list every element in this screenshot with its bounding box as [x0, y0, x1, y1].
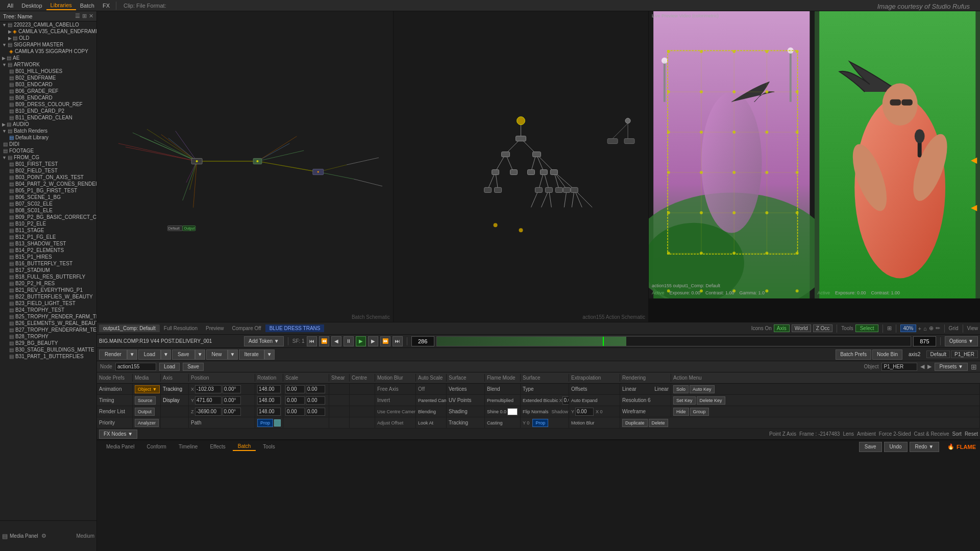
tab-blue-dress[interactable]: BLUE DRESS TRANS: [265, 324, 325, 332]
tree-item-B28_TROPHY[interactable]: ▤B28_TROPHY: [0, 333, 96, 340]
tree-item-B06_GRADE_REF[interactable]: ▤B06_GRADE_REF: [0, 88, 96, 94]
tab-compare-off[interactable]: Compare Off: [228, 324, 265, 332]
tree-item-B18_FULL_RES_BUTTERFLY[interactable]: ▤B18_FULL_RES_BUTTERFLY: [0, 273, 96, 280]
y-pos-input[interactable]: [575, 408, 594, 416]
tree-item-B15_P1_HIRES[interactable]: ▤B15_P1_HIRES: [0, 254, 96, 260]
render-arrow[interactable]: ▼: [127, 349, 137, 360]
save-btn[interactable]: Save: [172, 349, 195, 360]
tab-batch[interactable]: Batch: [76, 2, 99, 10]
load-arrow[interactable]: ▼: [161, 349, 171, 360]
status-save-btn[interactable]: Save: [859, 442, 882, 452]
new-arrow[interactable]: ▼: [228, 349, 238, 360]
tree-item-B10_P2_ELE[interactable]: ▤B10_P2_ELE: [0, 220, 96, 227]
add-token-btn[interactable]: Add Token ▼: [244, 336, 284, 346]
options-btn[interactable]: Options ▼: [945, 336, 978, 346]
tree-item-B08_ENDCARD[interactable]: ▤B08_ENDCARD: [0, 94, 96, 101]
tree-item-AUDIO[interactable]: ▶ ▤AUDIO: [0, 121, 96, 128]
tab-output1[interactable]: output1_Comp: Default: [99, 324, 160, 332]
presets-btn[interactable]: Presets ▼: [935, 363, 968, 371]
tree-item-camila_v35_siggraph_copy[interactable]: ◈CAMILA V35 SIGGRAPH COPY: [0, 48, 96, 55]
timeline-bar[interactable]: [436, 336, 911, 346]
tab-all[interactable]: All: [3, 2, 17, 10]
cell-free-axis[interactable]: Free Axis: [375, 384, 416, 394]
sidebar-icon-list[interactable]: ☰: [75, 13, 80, 19]
solo-btn[interactable]: Solo: [673, 385, 689, 393]
shine-swatch[interactable]: [507, 408, 518, 415]
pos-z2-input[interactable]: [223, 408, 241, 416]
tree-item-B06_SCENE_1_BG[interactable]: ▤B06_SCENE_1_BG: [0, 194, 96, 201]
cell-invert[interactable]: Invert: [375, 395, 416, 406]
transport-prev-first[interactable]: ⏮: [307, 336, 317, 346]
tree-item-B13_SHADOW_TEST[interactable]: ▤B13_SHADOW_TEST: [0, 240, 96, 247]
transport-next-last[interactable]: ⏭: [393, 336, 403, 346]
cell-priority-media[interactable]: Analyzer: [133, 417, 161, 428]
iterate-btn[interactable]: Iterate: [239, 349, 264, 360]
pos-x2-input[interactable]: [223, 385, 241, 393]
pos-y2-input[interactable]: [223, 396, 241, 405]
tab-full-res[interactable]: Full Resolution: [160, 324, 202, 332]
scale-z2-input[interactable]: [306, 408, 325, 416]
rot-z-input[interactable]: [257, 408, 281, 416]
zoom-in-icon[interactable]: +: [918, 325, 921, 332]
expand-icon[interactable]: ⊞: [971, 363, 977, 371]
batch-prefs-btn[interactable]: Batch Prefs: [836, 349, 871, 360]
status-batch[interactable]: Batch: [233, 442, 256, 451]
tree-item-B12_P1_FG_ELE[interactable]: ▤B12_P1_FG_ELE: [0, 234, 96, 240]
tree-item-ARTWORK[interactable]: ▼ ▤ARTWORK: [0, 61, 96, 68]
node-load-btn[interactable]: Load: [159, 363, 180, 371]
status-effects[interactable]: Effects: [205, 443, 230, 450]
tab-preview[interactable]: Preview: [202, 324, 228, 332]
tree-item-FOOTAGE[interactable]: ▤FOOTAGE: [0, 147, 96, 154]
tree-item-OLD[interactable]: ▶ ▤OLD: [0, 35, 96, 41]
tree-item-B14_P2_ELEMENTS[interactable]: ▤B14_P2_ELEMENTS: [0, 247, 96, 254]
pos-x-input[interactable]: [195, 385, 222, 393]
cell-animation-media[interactable]: Object ▼: [133, 384, 161, 394]
scale-input[interactable]: [285, 385, 305, 393]
node-bin-btn[interactable]: Node Bin: [872, 349, 902, 360]
tree-item-B11_STAGE[interactable]: ▤B11_STAGE: [0, 227, 96, 234]
tree-item-B25_TROPHY_RENDER_FARM_TEST[interactable]: ▤B25_TROPHY_RENDER_FARM_TEST: [0, 313, 96, 320]
node-name-input[interactable]: [115, 363, 156, 371]
analyzer-btn[interactable]: Analyzer: [135, 419, 159, 427]
action-schematic[interactable]: action155 Action Schematic: [393, 11, 648, 322]
tree-item-B11_ENDCARD_CLEAN[interactable]: ▤B11_ENDCARD_CLEAN: [0, 114, 96, 121]
tree-item-B20_P2_HI_RES[interactable]: ▤B20_P2_HI_RES: [0, 280, 96, 287]
node-save-btn[interactable]: Save: [183, 363, 204, 371]
tree-item-B02_FIELD_TEST[interactable]: ▤B02_FIELD_TEST: [0, 167, 96, 174]
world-btn[interactable]: World: [792, 324, 811, 332]
select-btn[interactable]: Select: [855, 324, 879, 332]
tree-item-AE[interactable]: ▶ ▤AE: [0, 55, 96, 61]
output-btn[interactable]: Output: [135, 408, 155, 416]
new-btn[interactable]: New: [206, 349, 228, 360]
tree-item-B24_TROPHY_TEST[interactable]: ▤B24_TROPHY_TEST: [0, 307, 96, 313]
settings-icon[interactable]: ⚙: [41, 533, 46, 539]
transport-step-back[interactable]: ◀: [331, 336, 341, 346]
rot-y-input[interactable]: [257, 396, 281, 405]
hide-btn[interactable]: Hide: [673, 408, 689, 416]
cell-adjust-offset[interactable]: Adjust Offset: [375, 417, 416, 428]
tree-item-B04_PART_2_W_CONES_RENDER[interactable]: ▤B04_PART_2_W_CONES_RENDER: [0, 181, 96, 187]
tree-item-B10_END_CARD_P2[interactable]: ▤B10_END_CARD_P2: [0, 108, 96, 114]
end-frame-input[interactable]: [913, 336, 936, 346]
viewer-right[interactable]: Active Exposure: 0.00 Contrast: 1.00 ◀ ◀: [815, 11, 981, 298]
tree-item-B23_FIELD_LIGHT_TEST[interactable]: ▤B23_FIELD_LIGHT_TEST: [0, 300, 96, 307]
transport-fwd[interactable]: ⏩: [380, 336, 390, 346]
cell-use-centre-camera[interactable]: Use Centre Camera: [375, 406, 416, 417]
tree-item-B31_PART_1_BUTTERFLIES[interactable]: ▤B31_PART_1_BUTTERFLIES: [0, 353, 96, 360]
axis-btn[interactable]: Axis: [774, 324, 790, 332]
duplicate-btn[interactable]: Duplicate: [622, 419, 648, 427]
transport-step-fwd[interactable]: ▶: [368, 336, 378, 346]
obj-prev-btn[interactable]: ◀: [920, 363, 924, 370]
scale2-input[interactable]: [306, 385, 325, 393]
auto-key-btn[interactable]: Auto Key: [690, 385, 715, 393]
layout-icon[interactable]: ⊞: [887, 325, 892, 332]
transport-prev[interactable]: ⏪: [319, 336, 329, 346]
tree-item-FROM_CG[interactable]: ▼ ▤FROM_CG: [0, 154, 96, 161]
tree-item-220223_CAMILA_CABELLO[interactable]: ▼ ▤220223_CAMILA_CABELLO: [0, 21, 96, 28]
viewer-left[interactable]: Live Preview Video (colorimetric) action…: [649, 11, 815, 298]
tab-desktop[interactable]: Desktop: [17, 2, 46, 10]
crosshair-icon[interactable]: ⊕: [929, 325, 934, 332]
tab-libraries[interactable]: Libraries: [46, 1, 76, 10]
status-media-panel[interactable]: Media Panel: [101, 443, 140, 450]
tree-item-SIGGRAPH_MASTER[interactable]: ▼ ▤SIGGRAPH MASTER: [0, 41, 96, 48]
